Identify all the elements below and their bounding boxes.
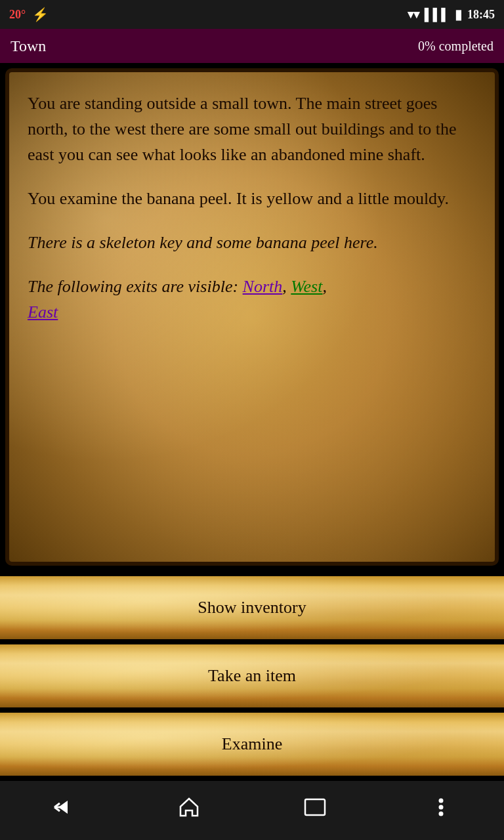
svg-point-3 xyxy=(439,812,444,816)
svg-point-1 xyxy=(439,799,444,803)
time-display: 18:45 xyxy=(467,8,495,22)
examine-button-wrapper: Examine xyxy=(0,713,504,776)
progress-indicator: 0% completed xyxy=(418,39,494,54)
home-button[interactable] xyxy=(169,788,209,827)
divider-mid2 xyxy=(0,707,504,713)
menu-button[interactable] xyxy=(421,788,461,827)
exits-prefix: The following exits are visible: xyxy=(28,277,243,296)
exit-sep-1: , xyxy=(282,277,291,296)
svg-rect-0 xyxy=(305,799,325,815)
status-bar: 20° ⚡ ▾▾ ▌▌▌ ▮ 18:45 xyxy=(0,0,504,29)
exit-sep-2: , xyxy=(322,277,327,296)
svg-point-2 xyxy=(439,805,444,810)
main-content: You are standing outside a small town. T… xyxy=(0,63,504,571)
action-buttons: Show inventory Take an item Examine xyxy=(0,571,504,781)
exit-north-link[interactable]: North xyxy=(243,277,283,296)
nav-bar xyxy=(0,781,504,840)
divider-top xyxy=(0,571,504,576)
exits-description: The following exits are visible: North, … xyxy=(28,274,476,325)
temperature: 20° xyxy=(9,8,26,22)
exit-west-link[interactable]: West xyxy=(291,277,322,296)
battery-icon: ▮ xyxy=(455,7,462,22)
inventory-button-wrapper: Show inventory xyxy=(0,576,504,639)
divider-bottom xyxy=(0,776,504,781)
divider-mid1 xyxy=(0,639,504,644)
app-title: Town xyxy=(10,37,46,55)
lightning-icon: ⚡ xyxy=(32,7,49,22)
show-inventory-button[interactable]: Show inventory xyxy=(0,576,504,639)
story-scroll: You are standing outside a small town. T… xyxy=(5,68,499,566)
signal-icon: ▌▌▌ xyxy=(425,8,450,22)
title-bar: Town 0% completed xyxy=(0,29,504,63)
take-item-button-wrapper: Take an item xyxy=(0,644,504,707)
recents-button[interactable] xyxy=(295,788,335,827)
exit-east-link[interactable]: East xyxy=(28,303,58,322)
story-paragraph-2: You examine the banana peel. It is yello… xyxy=(28,186,476,211)
items-description: There is a skeleton key and some banana … xyxy=(28,230,476,255)
examine-button[interactable]: Examine xyxy=(0,713,504,776)
back-button[interactable] xyxy=(43,788,83,827)
take-item-button[interactable]: Take an item xyxy=(0,644,504,707)
wifi-icon: ▾▾ xyxy=(408,7,419,22)
story-paragraph-1: You are standing outside a small town. T… xyxy=(28,91,476,167)
